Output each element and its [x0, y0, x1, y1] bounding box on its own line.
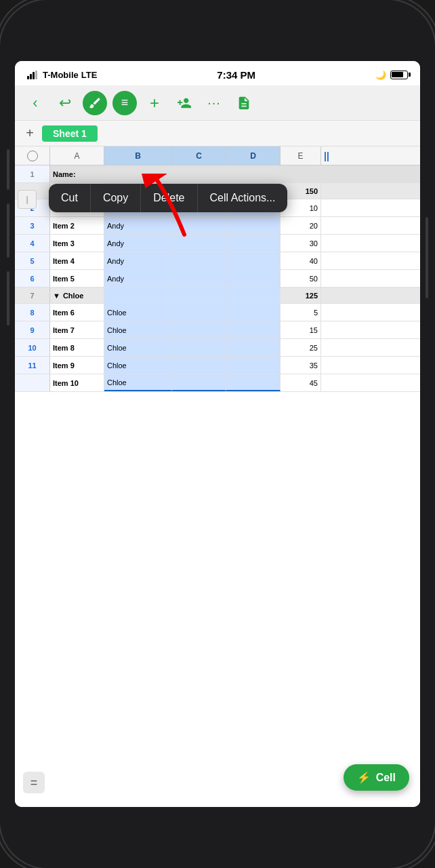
expand-rows-button[interactable]: | — [18, 190, 37, 209]
cell-4-e[interactable]: 30 — [281, 235, 321, 252]
cell-1-c[interactable] — [172, 165, 226, 182]
cell-8-c[interactable] — [172, 304, 226, 321]
signal-bar-4 — [35, 71, 37, 79]
cell-11-a[interactable]: Item 9 — [50, 357, 104, 374]
row-num-header — [15, 146, 50, 165]
phone-notch — [163, 12, 272, 31]
cell-3-d[interactable] — [226, 217, 281, 234]
cell-10-c[interactable] — [172, 339, 226, 356]
volume-up-button — [7, 203, 9, 258]
cell-chloe-b[interactable] — [104, 288, 172, 303]
table-row-12: Item 10 Chloe 45 — [15, 374, 420, 392]
cell-6-a[interactable]: Item 5 — [50, 270, 104, 287]
table-row: 1 Name: — [15, 165, 420, 183]
cell-11-b[interactable]: Chloe — [104, 357, 172, 374]
cell-6-e[interactable]: 50 — [281, 270, 321, 287]
cell-5-a[interactable]: Item 4 — [50, 252, 104, 269]
cell-5-e[interactable]: 40 — [281, 252, 321, 269]
cell-12-e[interactable]: 45 — [281, 374, 321, 391]
cell-12-a[interactable]: Item 10 — [50, 374, 104, 391]
cell-10-d[interactable] — [226, 339, 281, 356]
select-all-icon[interactable] — [27, 151, 38, 161]
cell-8-d[interactable] — [226, 304, 281, 321]
cell-3-a[interactable]: Item 2 — [50, 217, 104, 234]
cell-4-b[interactable]: Andy — [104, 235, 172, 252]
network-label: LTE — [81, 70, 98, 80]
cell-10-b[interactable]: Chloe — [104, 339, 172, 356]
cell-10-e[interactable]: 25 — [281, 339, 321, 356]
cell-9-d[interactable] — [226, 321, 281, 338]
add-sheet-button[interactable]: + — [20, 124, 39, 143]
cell-11-e[interactable]: 35 — [281, 357, 321, 374]
sheet-tab-1[interactable]: Sheet 1 — [42, 125, 98, 142]
cell-8-e[interactable]: 5 — [281, 304, 321, 321]
cell-6-b[interactable]: Andy — [104, 270, 172, 287]
cell-3-c[interactable] — [172, 217, 226, 234]
cell-chloe-total: 125 — [281, 288, 321, 303]
cell-4-a[interactable]: Item 3 — [50, 235, 104, 252]
add-button[interactable]: + — [142, 91, 167, 115]
cell-12-b[interactable]: Chloe — [104, 374, 172, 391]
cell-5-d[interactable] — [226, 252, 281, 269]
col-header-a[interactable]: A — [50, 146, 104, 165]
row-num-6: 6 — [15, 270, 50, 287]
cell-9-e[interactable]: 15 — [281, 321, 321, 338]
cell-1-b[interactable] — [104, 165, 172, 182]
context-copy[interactable]: Copy — [91, 184, 141, 212]
col-header-b[interactable]: B — [104, 146, 172, 165]
col-header-e[interactable]: E — [281, 146, 321, 165]
cell-11-c[interactable] — [172, 357, 226, 374]
cell-3-b[interactable]: Andy — [104, 217, 172, 234]
row-num-1: 1 — [15, 165, 50, 182]
cell-6-d[interactable] — [226, 270, 281, 287]
cell-1-a[interactable]: Name: — [50, 165, 104, 182]
signal-bars — [27, 71, 37, 79]
cell-5-b[interactable]: Andy — [104, 252, 172, 269]
cell-chloe-d[interactable] — [226, 288, 281, 303]
context-cut[interactable]: Cut — [49, 184, 91, 212]
row-num-5: 5 — [15, 252, 50, 269]
cell-5-c[interactable] — [172, 252, 226, 269]
cell-8-b[interactable]: Chloe — [104, 304, 172, 321]
cell-9-c[interactable] — [172, 321, 226, 338]
signal-bar-1 — [27, 76, 29, 79]
format-button[interactable]: ≡ — [112, 91, 137, 115]
col-expand-button[interactable]: || — [321, 146, 332, 165]
context-delete[interactable]: Delete — [141, 184, 197, 212]
cell-8-a[interactable]: Item 6 — [50, 304, 104, 321]
equals-button[interactable]: = — [23, 772, 45, 793]
cell-6-c[interactable] — [172, 270, 226, 287]
sheet-tabs: + Sheet 1 — [15, 121, 420, 146]
cell-9-a[interactable]: Item 7 — [50, 321, 104, 338]
cell-3-e[interactable]: 20 — [281, 217, 321, 234]
cell-fab-icon: ⚡ — [357, 771, 371, 784]
cell-9-b[interactable]: Chloe — [104, 321, 172, 338]
cell-fab-button[interactable]: ⚡ Cell — [344, 764, 409, 791]
cell-4-c[interactable] — [172, 235, 226, 252]
table-row-11: 11 Item 9 Chloe 35 — [15, 357, 420, 374]
table-row-9: 9 Item 7 Chloe 15 — [15, 321, 420, 339]
cell-1-d[interactable] — [226, 165, 281, 182]
cell-12-c[interactable] — [172, 374, 226, 391]
cell-1-e[interactable] — [281, 165, 321, 182]
share-button[interactable] — [172, 91, 196, 115]
more-button[interactable]: ··· — [202, 91, 226, 115]
spreadsheet-area: A B C D E || 1 Name: ▼Andy — [15, 146, 420, 807]
cell-12-d[interactable] — [226, 374, 281, 391]
cell-10-a[interactable]: Item 8 — [50, 339, 104, 356]
chloe-triangle-icon: ▼ — [53, 292, 60, 300]
undo-button[interactable]: ↩ — [53, 91, 77, 115]
context-cell-actions[interactable]: Cell Actions... — [198, 184, 288, 212]
cell-4-d[interactable] — [226, 235, 281, 252]
cell-chloe-c[interactable] — [172, 288, 226, 303]
col-header-d[interactable]: D — [226, 146, 281, 165]
col-header-c[interactable]: C — [172, 146, 226, 165]
brush-icon — [88, 96, 102, 110]
cell-chloe-header: ▼Chloe — [50, 288, 104, 303]
cell-11-d[interactable] — [226, 357, 281, 374]
brush-button[interactable] — [83, 91, 107, 115]
doc-icon — [236, 96, 251, 111]
back-button[interactable]: ‹ — [23, 91, 47, 115]
doc-button[interactable] — [232, 91, 256, 115]
phone-screen: T-Mobile LTE 7:34 PM 🌙 ‹ ↩ ≡ + — [15, 61, 420, 807]
